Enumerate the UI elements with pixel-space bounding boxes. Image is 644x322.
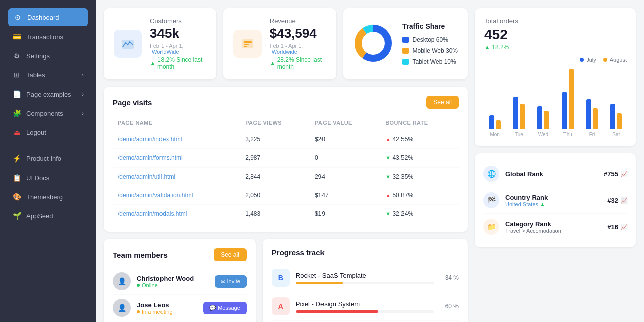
global-rank-info: Global Rank — [505, 170, 598, 178]
chart-legend: July August — [484, 57, 627, 63]
legend-desktop: Desktop 60% — [403, 36, 458, 43]
trend-up-icon: ▲ — [385, 192, 391, 198]
svg-point-9 — [362, 32, 384, 54]
progress-bar-fill — [296, 310, 379, 313]
logout-icon: ⏏ — [12, 128, 21, 136]
cell-page-name: /demo/admin/util.html — [113, 168, 240, 186]
member-action-button[interactable]: 💬 Message — [203, 302, 247, 314]
sidebar-item-dashboard[interactable]: ⊙ Dashboard — [8, 8, 88, 26]
svg-rect-4 — [244, 46, 247, 47]
bar-day-label: Thu — [564, 132, 572, 137]
revenue-info: Revenue $43,594 Feb 1 - Apr 1, Worldwide… — [270, 17, 326, 70]
bar-july — [610, 104, 615, 129]
col-page-value: PAGE VALUE — [310, 116, 380, 130]
bar-day-label: Sat — [612, 132, 620, 137]
col-page-name: PAGE NAME — [113, 116, 240, 130]
bar-group: Fri — [581, 99, 602, 137]
progress-item: B Rocket - SaaS Template 34 % — [272, 264, 459, 292]
sidebar-item-settings[interactable]: ⚙ Settings — [4, 46, 92, 65]
sidebar-item-appseed[interactable]: 🌱 AppSeed — [4, 206, 92, 225]
table-row: /demo/admin/validation.html 2,050 $147 ▲… — [113, 186, 459, 205]
legend-mobile-dot — [403, 48, 409, 54]
revenue-title: Revenue — [270, 17, 326, 25]
progress-icon: A — [272, 297, 290, 315]
legend-tablet-dot — [403, 59, 409, 65]
bar-july — [489, 115, 494, 129]
trend-down-icon: ▼ — [385, 174, 391, 180]
trend-down-icon: ▼ — [385, 155, 391, 161]
cell-bounce-rate: ▼ 32,35% — [380, 168, 459, 186]
bar-july — [513, 97, 518, 129]
page-visits-header: Page visits See all — [113, 96, 459, 109]
bars — [489, 115, 501, 129]
traffic-donut — [353, 23, 393, 65]
themesberg-icon: 🎨 — [12, 193, 21, 201]
tables-arrow: › — [82, 72, 84, 78]
bar-day-label: Mon — [490, 132, 499, 137]
orders-title: Total orders — [484, 17, 627, 25]
svg-rect-2 — [244, 41, 252, 43]
trend-up-icon: ▲ — [385, 136, 391, 142]
sidebar-item-ui-docs[interactable]: 📋 UI Docs — [4, 168, 92, 187]
team-members-list: 👤 Christopher Wood Online ✉ Invite 👤 Jos… — [113, 268, 247, 322]
bars — [562, 69, 574, 129]
cell-bounce-rate: ▼ 32,24% — [380, 205, 459, 223]
progress-name: Pixel - Design System — [296, 300, 434, 308]
country-rank-item: 🏁 Country Rank United States ▲ #32 📈 — [483, 187, 628, 214]
sidebar-item-themesberg[interactable]: 🎨 Themesberg — [4, 187, 92, 206]
progress-bar-fill — [296, 282, 343, 284]
bar-group: Wed — [533, 106, 554, 137]
status-dot — [137, 284, 140, 287]
appseed-icon: 🌱 — [12, 212, 21, 220]
customers-card: Customers 345k Feb 1 - Apr 1, WorldWide … — [104, 8, 216, 79]
legend-desktop-dot — [403, 37, 409, 43]
orders-growth: ▲ 18.2% — [484, 44, 627, 51]
cell-page-value: $19 — [310, 205, 380, 223]
customers-title: Customers — [150, 17, 206, 25]
page-visits-table: PAGE NAME PAGE VIEWS PAGE VALUE BOUNCE R… — [113, 116, 459, 223]
cell-page-views: 2,050 — [240, 186, 310, 205]
progress-info: Rocket - SaaS Template — [296, 272, 434, 284]
legend-tablet: Tablet Web 10% — [403, 58, 458, 65]
sidebar-item-page-examples[interactable]: 📄 Page examples › — [4, 85, 92, 104]
country-rank-icon: 🏁 — [483, 192, 499, 208]
sidebar-item-product-info[interactable]: ⚡ Product Info — [4, 149, 92, 168]
main-content: Customers 345k Feb 1 - Apr 1, WorldWide … — [96, 0, 644, 322]
bar-day-label: Tue — [515, 132, 523, 137]
bars — [537, 106, 549, 129]
revenue-icon — [233, 30, 262, 58]
bars — [513, 97, 525, 129]
progress-pct: 60 % — [440, 303, 459, 310]
category-rank-item: 📁 Category Rank Travel > Accomodation #1… — [483, 214, 628, 240]
traffic-info: Traffic Share Desktop 60% Mobile Web 30% — [403, 22, 458, 65]
revenue-card: Revenue $43,594 Feb 1 - Apr 1, Worldwide… — [223, 8, 336, 79]
category-rank-info: Category Rank Travel > Accomodation — [505, 220, 601, 234]
sidebar-item-transactions[interactable]: 💳 Transactions — [4, 27, 92, 46]
bar-august — [593, 108, 598, 129]
bar-july — [537, 106, 542, 129]
team-see-all-button[interactable]: See all — [214, 248, 247, 261]
orders-value: 452 — [484, 27, 627, 43]
sidebar-item-components[interactable]: 🧩 Components › — [4, 104, 92, 123]
sidebar-item-tables[interactable]: ⊞ Tables › — [4, 65, 92, 85]
cell-page-name: /demo/admin/index.html — [113, 130, 240, 149]
bar-day-label: Fri — [589, 132, 595, 137]
dashboard-icon: ⊙ — [13, 13, 22, 21]
svg-rect-3 — [244, 44, 249, 45]
page-examples-icon: 📄 — [12, 90, 21, 98]
member-action-button[interactable]: ✉ Invite — [215, 275, 246, 288]
team-header: Team members See all — [113, 248, 247, 261]
sidebar-item-logout[interactable]: ⏏ Logout — [4, 123, 92, 142]
progress-icon: B — [272, 269, 290, 287]
bars — [610, 104, 622, 129]
member-status: Online — [137, 282, 209, 288]
global-rank-item: 🌐 Global Rank #755 📈 — [483, 160, 628, 187]
category-rank-value: #16 📈 — [607, 223, 628, 231]
progress-list: B Rocket - SaaS Template 34 % A Pixel - … — [272, 264, 459, 322]
content-area: Customers 345k Feb 1 - Apr 1, WorldWide … — [96, 0, 644, 322]
traffic-legend: Desktop 60% Mobile Web 30% Tablet Web 10… — [403, 36, 458, 65]
customers-growth: ▲ 18.2% Since last month — [150, 56, 206, 70]
member-avatar: 👤 — [113, 299, 131, 317]
page-visits-see-all-button[interactable]: See all — [426, 96, 459, 109]
country-rank-sublabel: United States ▲ — [505, 201, 601, 207]
